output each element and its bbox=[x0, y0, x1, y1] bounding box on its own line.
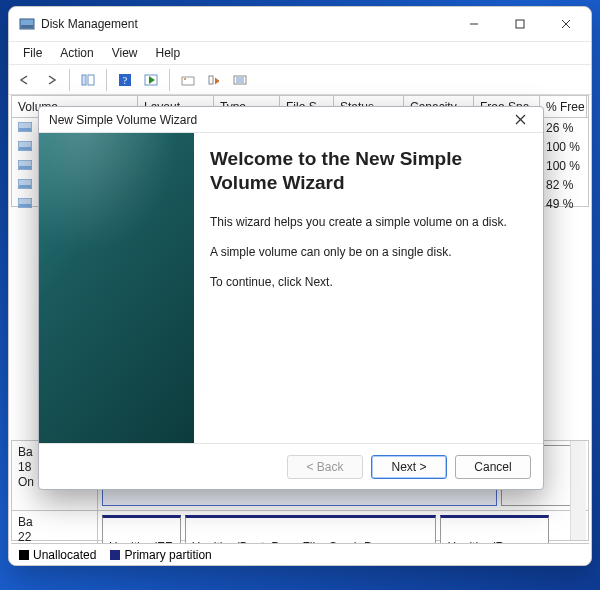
wizard-paragraph: A simple volume can only be on a single … bbox=[210, 245, 523, 259]
next-button[interactable]: Next > bbox=[371, 455, 447, 479]
svg-rect-27 bbox=[19, 204, 31, 207]
wizard-side-graphic bbox=[39, 133, 194, 443]
toolbar: ? bbox=[9, 65, 591, 95]
svg-rect-7 bbox=[88, 75, 94, 85]
titlebar: Disk Management bbox=[9, 7, 591, 41]
drive-icon bbox=[18, 178, 34, 190]
svg-rect-25 bbox=[19, 185, 31, 188]
svg-rect-11 bbox=[182, 77, 194, 85]
toolbar-sep bbox=[169, 69, 170, 91]
wizard-titlebar: New Simple Volume Wizard bbox=[39, 107, 543, 133]
menu-file[interactable]: File bbox=[15, 44, 50, 62]
svg-rect-13 bbox=[209, 76, 213, 84]
menu-view[interactable]: View bbox=[104, 44, 146, 62]
toolbar-button-4[interactable] bbox=[202, 68, 226, 92]
menubar: File Action View Help bbox=[9, 41, 591, 65]
help-icon[interactable]: ? bbox=[113, 68, 137, 92]
toolbar-button-2[interactable] bbox=[139, 68, 163, 92]
legend-primary: Primary partition bbox=[110, 548, 211, 562]
pct-free-cell: 82 % bbox=[540, 178, 587, 192]
pct-free-cell: 100 % bbox=[540, 140, 587, 154]
svg-rect-21 bbox=[19, 147, 31, 150]
vertical-scrollbar[interactable] bbox=[570, 441, 586, 540]
drive-icon bbox=[18, 121, 34, 133]
menu-help[interactable]: Help bbox=[148, 44, 189, 62]
wizard-title: New Simple Volume Wizard bbox=[49, 113, 503, 127]
toolbar-sep bbox=[106, 69, 107, 91]
legend: Unallocated Primary partition bbox=[11, 543, 589, 565]
svg-point-12 bbox=[184, 78, 186, 80]
nav-back-button[interactable] bbox=[13, 68, 37, 92]
wizard-heading: Welcome to the New Simple Volume Wizard bbox=[210, 147, 523, 195]
maximize-button[interactable] bbox=[497, 9, 543, 39]
wizard-paragraph: This wizard helps you create a simple vo… bbox=[210, 215, 523, 229]
drive-icon bbox=[18, 140, 34, 152]
wizard-close-button[interactable] bbox=[503, 109, 537, 131]
svg-rect-23 bbox=[19, 166, 31, 169]
pct-free-cell: 49 % bbox=[540, 197, 587, 211]
wizard-dialog: New Simple Volume Wizard Welcome to the … bbox=[38, 106, 544, 490]
window-controls bbox=[451, 9, 589, 39]
toolbar-button-3[interactable] bbox=[176, 68, 200, 92]
wizard-body: Welcome to the New Simple Volume Wizard … bbox=[39, 133, 543, 443]
minimize-button[interactable] bbox=[451, 9, 497, 39]
pct-free-cell: 26 % bbox=[540, 121, 587, 135]
close-button[interactable] bbox=[543, 9, 589, 39]
window-title: Disk Management bbox=[41, 17, 451, 31]
toolbar-button-5[interactable] bbox=[228, 68, 252, 92]
toolbar-sep bbox=[69, 69, 70, 91]
wizard-paragraph: To continue, click Next. bbox=[210, 275, 523, 289]
nav-forward-button[interactable] bbox=[39, 68, 63, 92]
drive-icon bbox=[18, 197, 34, 209]
wizard-main: Welcome to the New Simple Volume Wizard … bbox=[194, 133, 543, 443]
svg-text:?: ? bbox=[123, 75, 128, 86]
svg-rect-19 bbox=[19, 128, 31, 131]
cancel-button[interactable]: Cancel bbox=[455, 455, 531, 479]
back-button: < Back bbox=[287, 455, 363, 479]
wizard-footer: < Back Next > Cancel bbox=[39, 443, 543, 489]
svg-rect-3 bbox=[516, 20, 524, 28]
pct-free-cell: 100 % bbox=[540, 159, 587, 173]
svg-rect-6 bbox=[82, 75, 86, 85]
app-icon bbox=[19, 16, 35, 32]
legend-unallocated: Unallocated bbox=[19, 548, 96, 562]
toolbar-button-1[interactable] bbox=[76, 68, 100, 92]
menu-action[interactable]: Action bbox=[52, 44, 101, 62]
drive-icon bbox=[18, 159, 34, 171]
column-header[interactable]: % Free bbox=[540, 96, 587, 117]
svg-rect-1 bbox=[21, 25, 33, 28]
